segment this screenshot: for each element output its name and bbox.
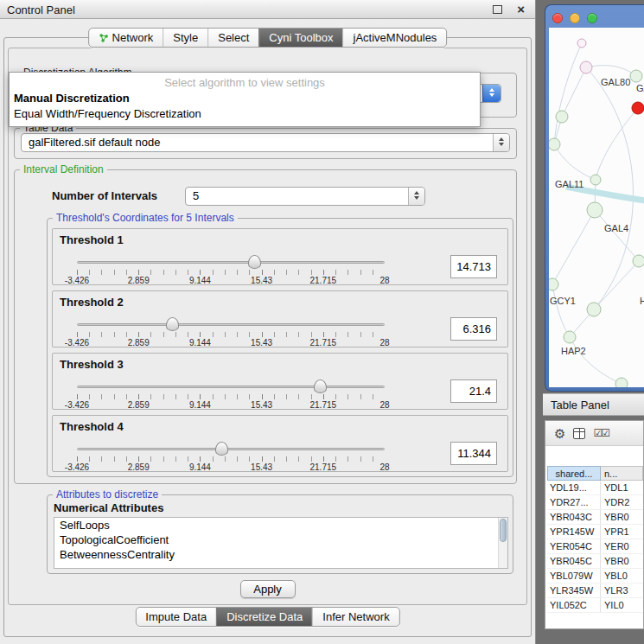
network-canvas[interactable]: GAL80 GA GAL11 GAL4 GCY1 H HAP2 (549, 28, 644, 387)
table-cell-shared-name[interactable]: YDR27... (547, 495, 601, 509)
slider-thumb[interactable] (166, 317, 179, 331)
threshold-1-value-field[interactable]: 14.713 (450, 255, 497, 278)
threshold-2-slider[interactable]: -3.4262.8599.14415.4321.71528 (77, 317, 385, 347)
table-cell-name[interactable]: YLR3 (601, 583, 643, 597)
table-cell-shared-name[interactable]: YBL079W (547, 569, 601, 583)
slider-thumb[interactable] (215, 442, 228, 456)
threshold-2-value-field[interactable]: 6.316 (450, 317, 497, 341)
table-cell-shared-name[interactable]: YBR045C (547, 554, 601, 568)
float-panel-icon[interactable] (493, 5, 502, 14)
table-panel-title: Table Panel (551, 399, 609, 411)
threshold-4-slider[interactable]: -3.4262.8599.14415.4321.71528 (77, 442, 385, 471)
network-node[interactable] (549, 278, 558, 290)
network-node[interactable] (549, 138, 560, 150)
network-node[interactable] (577, 39, 586, 48)
table-panel-toolbar: ⚙ ☑☑ (545, 421, 643, 446)
table-panel-titlebar[interactable]: Table Panel (543, 393, 644, 416)
apply-button[interactable]: Apply (240, 580, 296, 598)
network-node[interactable] (580, 61, 592, 73)
network-node[interactable] (564, 331, 576, 343)
table-cell-shared-name[interactable]: YIL052C (547, 598, 601, 612)
table-cell-shared-name[interactable]: YPR145W (547, 525, 601, 539)
network-node[interactable] (587, 303, 601, 316)
select-columns-icon[interactable]: ☑☑ (593, 428, 609, 438)
tab-infer-network-label: Infer Network (322, 608, 389, 627)
table-cell-shared-name[interactable]: YDL19... (547, 481, 601, 494)
minimize-window-icon[interactable] (570, 13, 580, 23)
control-panel-titlebar[interactable]: Control Panel × (0, 0, 535, 19)
table-row[interactable]: YDR27... YDR2 (547, 495, 643, 510)
table-row[interactable]: YLR345W YLR3 (547, 583, 643, 598)
table-row[interactable]: YDL19... YDL1 (547, 481, 643, 495)
table-panel-window: ⚙ ☑☑ shared... n... YDL19... YDL1 YDR27.… (545, 420, 644, 629)
network-view-window[interactable]: GAL80 GA GAL11 GAL4 GCY1 H HAP2 (545, 4, 644, 392)
scrollbar-thumb[interactable] (500, 519, 507, 542)
table-cell-name[interactable]: YDL1 (601, 481, 643, 494)
table-cell-shared-name[interactable]: YER054C (547, 539, 601, 553)
table-cell-shared-name[interactable]: YLR345W (547, 583, 601, 597)
table-cell-name[interactable]: YER0 (601, 539, 643, 553)
gear-icon[interactable]: ⚙ (554, 427, 565, 440)
popup-item-manual-discretization[interactable]: Manual Discretization (10, 91, 480, 106)
slider-scale-label: 21.715 (310, 462, 337, 472)
columns-icon[interactable] (573, 428, 585, 439)
network-node-selected[interactable] (632, 102, 644, 114)
network-node[interactable] (590, 175, 601, 185)
table-data-combobox[interactable]: galFiltered.sif default node (21, 133, 510, 152)
tab-cyni-toolbox-label: Cyni Toolbox (269, 29, 333, 48)
tab-infer-network[interactable]: Infer Network (312, 608, 399, 626)
tab-select[interactable]: Select (207, 29, 258, 47)
network-node[interactable] (556, 111, 568, 123)
table-cell-name[interactable]: YBR0 (601, 510, 643, 524)
network-node[interactable] (630, 70, 642, 82)
numerical-attributes-list[interactable]: SelfLoopsTopologicalCoefficientBetweenne… (54, 517, 508, 569)
slider-scale-label: 28 (379, 400, 389, 410)
popup-prompt-item[interactable]: Select algorithm to view settings (10, 73, 480, 91)
tab-style[interactable]: Style (163, 29, 207, 47)
list-item[interactable]: TopologicalCoefficient (54, 532, 507, 547)
tab-network[interactable]: Network (89, 29, 163, 47)
network-graph: GAL80 GA GAL11 GAL4 GCY1 H HAP2 (549, 28, 644, 387)
list-item[interactable]: SelfLoops (54, 518, 507, 532)
tab-cyni-toolbox[interactable]: Cyni Toolbox (258, 29, 342, 47)
slider-ticks (77, 394, 385, 399)
column-header-name[interactable]: n... (601, 466, 643, 481)
slider-scale-label: -3.426 (65, 338, 89, 348)
table-row[interactable]: YBL079W YBL0 (547, 569, 643, 583)
network-node[interactable] (587, 202, 603, 218)
column-header-shared-name[interactable]: shared... (547, 466, 601, 481)
slider-ticks (77, 456, 385, 462)
table-row[interactable]: YPR145W YPR1 (547, 525, 643, 539)
combobox-stepper-icon[interactable] (482, 85, 501, 102)
list-item[interactable]: BetweennessCentrality (54, 547, 507, 562)
table-cell-name[interactable]: YBR0 (601, 554, 643, 568)
threshold-4-value-field[interactable]: 11.344 (450, 442, 497, 465)
table-row[interactable]: YBR043C YBR0 (547, 510, 643, 525)
tab-impute-data[interactable]: Impute Data (136, 608, 216, 626)
table-cell-name[interactable]: YBL0 (601, 569, 643, 583)
list-scrollbar[interactable] (498, 518, 507, 568)
slider-thumb[interactable] (248, 255, 261, 269)
table-cell-name[interactable]: YDR2 (601, 495, 643, 509)
combobox-stepper-icon[interactable] (408, 188, 424, 205)
close-panel-icon[interactable]: × (517, 2, 525, 16)
table-row[interactable]: YER054C YER0 (547, 539, 643, 554)
network-node[interactable] (633, 255, 644, 267)
number-of-intervals-combobox[interactable]: 5 (185, 187, 425, 206)
tab-discretize-data[interactable]: Discretize Data (216, 608, 312, 626)
threshold-1-slider[interactable]: -3.4262.8599.14415.4321.71528 (77, 255, 385, 284)
threshold-3-value-field[interactable]: 21.4 (450, 379, 497, 403)
table-cell-shared-name[interactable]: YBR043C (547, 510, 601, 524)
table-row[interactable]: YBR045C YBR0 (547, 554, 643, 569)
popup-item-equal-width-frequency[interactable]: Equal Width/Frequency Discretization (10, 106, 480, 122)
threshold-3-slider[interactable]: -3.4262.8599.14415.4321.71528 (77, 379, 385, 409)
table-row[interactable]: YIL052C YIL0 (547, 598, 643, 613)
slider-thumb[interactable] (314, 379, 327, 393)
combobox-stepper-icon[interactable] (493, 134, 509, 151)
table-cell-name[interactable]: YIL0 (601, 598, 643, 612)
network-node[interactable] (615, 378, 628, 387)
zoom-window-icon[interactable] (587, 13, 597, 23)
table-cell-name[interactable]: YPR1 (601, 525, 643, 539)
close-window-icon[interactable] (552, 13, 563, 23)
tab-jactivemodules[interactable]: jActiveMNodules (343, 29, 447, 47)
